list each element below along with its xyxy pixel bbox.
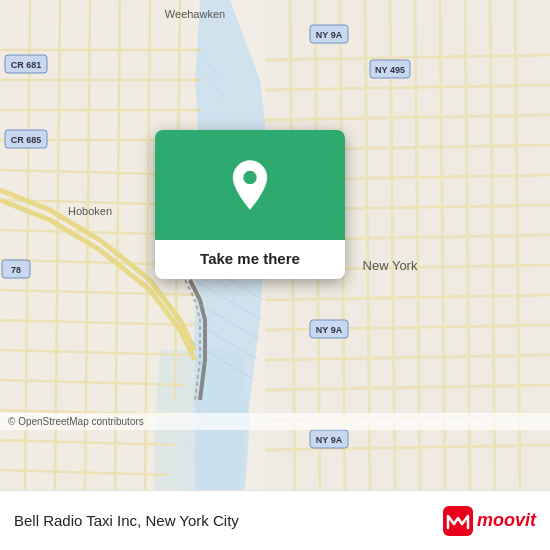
svg-text:Hoboken: Hoboken [68, 205, 112, 217]
popup-green-area [155, 130, 345, 240]
moovit-text: moovit [477, 510, 536, 531]
map-attribution: © OpenStreetMap contributors [0, 413, 550, 430]
take-me-there-button[interactable]: Take me there [155, 240, 345, 279]
popup-card: Take me there [155, 130, 345, 279]
svg-text:NY 9A: NY 9A [316, 435, 343, 445]
location-pin-icon [224, 159, 276, 211]
svg-text:Weehawken: Weehawken [165, 8, 225, 20]
map-container[interactable]: NY 9A NY 495 NY 9A NY 9A CR 681 CR 685 7… [0, 0, 550, 490]
svg-text:78: 78 [11, 265, 21, 275]
svg-text:NY 9A: NY 9A [316, 325, 343, 335]
bottom-bar: Bell Radio Taxi Inc, New York City moovi… [0, 490, 550, 550]
moovit-icon [443, 506, 473, 536]
svg-text:CR 681: CR 681 [11, 60, 42, 70]
svg-text:CR 685: CR 685 [11, 135, 42, 145]
moovit-logo: moovit [443, 506, 536, 536]
business-name: Bell Radio Taxi Inc, New York City [14, 512, 239, 529]
svg-text:New York: New York [363, 258, 418, 273]
svg-point-85 [243, 171, 256, 184]
svg-text:NY 495: NY 495 [375, 65, 405, 75]
svg-text:NY 9A: NY 9A [316, 30, 343, 40]
